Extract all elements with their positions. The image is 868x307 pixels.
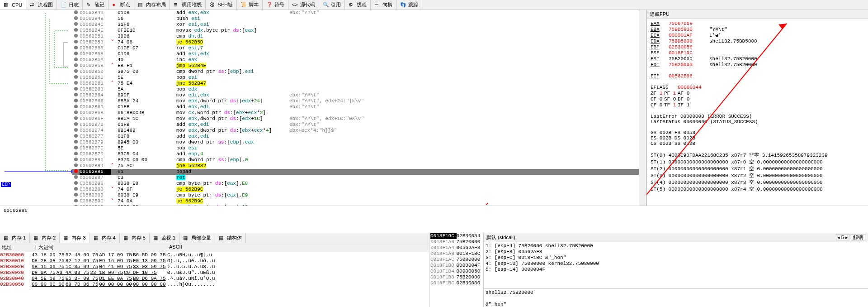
stack-row[interactable]: 0018F1B400000050	[429, 269, 483, 274]
disasm-row[interactable]: 00562B928038 CCcmp byte ptr ds:[eax],CC	[72, 204, 639, 206]
tab-symbols[interactable]: ❓符号	[263, 0, 288, 10]
call-args-panel: 默认 (stdcall) ◂ 5 ▸ 解锁 1: [esp+4] 75B2000…	[484, 233, 868, 307]
mem-tab[interactable]: ▦局部变量	[179, 233, 215, 243]
disasm-row[interactable]: 00562B888038 E8cmp byte ptr ds:[eax],E8	[72, 181, 639, 187]
source-icon: <>	[292, 2, 298, 8]
stack-row[interactable]: 0018F1A400562AF3	[429, 245, 483, 251]
disasm-row[interactable]: 00562B5B˄EB F1jmp 562B4E	[72, 63, 639, 69]
mem-tab[interactable]: ▦结构体	[215, 233, 246, 243]
registers-panel: 隐藏FPU EAX75D67D68EBX75BD5830"Y#\t"ECX000…	[646, 10, 868, 206]
disasm-row[interactable]: 00562B8D8038 E9cmp byte ptr ds:[eax],E9	[72, 192, 639, 198]
registers-body[interactable]: EAX75D67D68EBX75BD5830"Y#\t"ECX000001AFL…	[647, 19, 868, 194]
tab-label: SEH链	[217, 1, 233, 8]
cpu-icon: ▦	[4, 2, 10, 8]
handle-icon: ☵	[374, 2, 381, 8]
memory-body[interactable]: 02B3000043 18 09 7552 48 09 75AD 17 09 7…	[0, 252, 429, 307]
disasm-row[interactable]: 00562B798945 00mov dword ptr ss:[ebp],ea…	[72, 139, 639, 145]
mem-tab[interactable]: ▦内存 4	[90, 233, 120, 243]
tab-label: 笔记	[94, 1, 104, 8]
disasm-row[interactable]: 00562B4901D8add eax,ebxebx:"Y#\t"	[72, 10, 639, 16]
ref-icon: 🔍	[323, 2, 329, 8]
mem-tab[interactable]: ▦内存 1	[0, 233, 30, 243]
disasm-row[interactable]: 00562B87C3ret	[72, 175, 639, 181]
tab-source[interactable]: <>源代码	[288, 0, 319, 10]
disasm-row[interactable]: 00562B6901FBadd ebx,ediebx:"Y#\t"	[72, 104, 639, 110]
disasm-row[interactable]: 00562B61˄75 E4jne 562B47	[72, 81, 639, 86]
stack-row[interactable]: 0018F1A80018F1BC	[429, 251, 483, 257]
tab-references[interactable]: 🔍引用	[319, 0, 345, 10]
disasm-row[interactable]: 00562B7201FBadd ebx,ediebx:"Y#\t"	[72, 122, 639, 128]
mem-tab[interactable]: ▦内存 3	[60, 233, 90, 243]
mem-tab[interactable]: ▦内存 5	[120, 233, 150, 243]
disasm-row[interactable]: 00562B4C31F6xor esi,esi	[72, 22, 639, 28]
mem-row[interactable]: 02B3005000 00 00 0068 7D D6 7500 00 00 0…	[0, 282, 429, 288]
tab-flowchart[interactable]: ⇄流程图	[26, 0, 57, 10]
mem-row[interactable]: 02B30010D8 28 08 7582 12 09 75E9 16 09 7…	[0, 258, 429, 264]
mem-tab[interactable]: ▦内存 2	[30, 233, 60, 243]
tab-handles[interactable]: ☵句柄	[371, 0, 396, 10]
tab-callstack[interactable]: ≣调用堆栈	[170, 0, 206, 10]
disasm-row[interactable]: 00562B748B048Bmov eax,dword ptr ds:[ebx+…	[72, 128, 639, 134]
call-body[interactable]: 1: [esp+4] 75B20000 shell32.75B200002: […	[484, 242, 868, 288]
disasm-row[interactable]: 00562B55C1CE 07ror esi,7	[72, 45, 639, 51]
tab-label: 句柄	[382, 1, 392, 8]
mem-tab[interactable]: ▦监视 1	[150, 233, 179, 243]
reg-panel-header[interactable]: 隐藏FPU	[647, 10, 868, 19]
tab-trace[interactable]: 👣跟踪	[396, 0, 422, 10]
disasm-row[interactable]: 00562B5D3975 00cmp dword ptr ss:[ebp],es…	[72, 69, 639, 75]
tab-memory-map[interactable]: ▤内存布局	[134, 0, 170, 10]
stack-row[interactable]: 0018F19C02B30054	[429, 233, 483, 239]
tab-log[interactable]: 📄日志	[57, 0, 83, 10]
disasm-row[interactable]: 00562B4E0FBE10movsx edx,byte ptr ds:[eax…	[72, 28, 639, 34]
disasm-row[interactable]: 00562B7D83C5 04add ebp,4	[72, 151, 639, 157]
tab-threads[interactable]: ⚙线程	[345, 0, 371, 10]
tab-label: 跟踪	[408, 1, 418, 8]
stack-row[interactable]: 0018F1A075B20000	[429, 239, 483, 245]
call-convention-label[interactable]: 默认 (stdcall)	[486, 234, 515, 241]
disasm-row[interactable]: 00562B635Apop edx	[72, 86, 639, 92]
disasm-row[interactable]: 00562B5138D6cmp dh,dl	[72, 34, 639, 39]
stack-panel[interactable]: 0018F19C02B300540018F1A075B200000018F1A4…	[429, 233, 484, 307]
mem-row[interactable]: 02B3000043 18 09 7552 48 09 75AD 17 09 7…	[0, 252, 429, 258]
disasm-row[interactable]: 00562B84˄75 ACjne 562B32	[72, 163, 639, 169]
stack-row[interactable]: 0018F1B00000004F	[429, 263, 483, 269]
stack-row[interactable]: 0018F1AC75080000	[429, 257, 483, 263]
tab-cpu[interactable]: ▦CPU	[0, 0, 26, 10]
memory-panel: ▦内存 1▦内存 2▦内存 3▦内存 4▦内存 5▦监视 1▦局部变量▦结构体 …	[0, 233, 429, 307]
disasm-row[interactable]: 00562B6B66:8B0C4Bmov cx,word ptr ds:[ebx…	[72, 110, 639, 116]
mem-row[interactable]: 02B3004004 5E 09 75E5 3F 09 75D1 EE 0A 7…	[0, 276, 429, 282]
tab-breakpoints[interactable]: ●断点	[108, 0, 134, 10]
disasm-row[interactable]: 00562B80837D 00 00cmp dword ptr ss:[ebp]…	[72, 157, 639, 163]
disasm-row[interactable]: 00562B5A40inc eax	[72, 57, 639, 63]
arg-count-spinner[interactable]: ◂ 5 ▸	[836, 234, 849, 240]
call-header: 默认 (stdcall) ◂ 5 ▸ 解锁	[484, 233, 868, 242]
disasm-row[interactable]: 00562B8661popad	[72, 169, 639, 175]
tab-label: 流程图	[38, 1, 53, 8]
tab-seh[interactable]: ⛓SEH链	[206, 0, 237, 10]
mem-row[interactable]: 02B300209B 15 09 751C 35 09 7504 41 09 7…	[0, 264, 429, 270]
disasm-row[interactable]: 00562B8B˅74 0Fje 562B9C	[72, 187, 639, 192]
disasm-row[interactable]: 00562B7C5Epop esi	[72, 145, 639, 151]
disasm-row[interactable]: 00562B5801D6add esi,edx	[72, 51, 639, 57]
disasm-row[interactable]: 00562B53˅74 08je 562B5D	[72, 39, 639, 45]
disasm-row[interactable]: 00562B668B5A 24mov ebx,dword ptr ds:[edx…	[72, 98, 639, 104]
disasm-scrollbar[interactable]	[639, 10, 646, 206]
stack-row[interactable]: 0018F1B875B20000	[429, 274, 483, 280]
memory-tabs: ▦内存 1▦内存 2▦内存 3▦内存 4▦内存 5▦监视 1▦局部变量▦结构体	[0, 233, 429, 243]
disasm-row[interactable]: 00562B6F8B5A 1Cmov ebx,dword ptr ds:[edx…	[72, 116, 639, 122]
disasm-row[interactable]: 00562B90˅74 0Aje 562B9C	[72, 198, 639, 204]
tab-script[interactable]: 📜脚本	[237, 0, 263, 10]
disasm-row[interactable]: 00562B6489DFmov edi,ebxebx:"Y#\t"	[72, 92, 639, 98]
stack-info-body[interactable]: shell32.75B20000&"_hon"kernel32.75080000…	[484, 288, 868, 307]
log-icon: 📄	[61, 2, 67, 8]
bp-icon: ●	[112, 2, 118, 8]
disasm-row[interactable]: 00562B7701F8add eax,edi	[72, 134, 639, 139]
tab-notes[interactable]: ✎笔记	[83, 0, 108, 10]
disassembly-table[interactable]: 00562B4901D8add eax,ebxebx:"Y#\t"00562B4…	[72, 10, 639, 206]
disasm-row[interactable]: 00562B4B56push esi	[72, 16, 639, 22]
mem-row[interactable]: 02B30030D8 0A 75A3 4A 09 7522 1B 09 75C9…	[0, 270, 429, 276]
disasm-row[interactable]: 00562B605Epop esi	[72, 75, 639, 81]
unlock-button[interactable]: 解锁	[851, 234, 865, 240]
stack-row[interactable]: 0018F1BC02B30000	[429, 280, 483, 286]
info-bar: 00562B86	[0, 206, 868, 233]
